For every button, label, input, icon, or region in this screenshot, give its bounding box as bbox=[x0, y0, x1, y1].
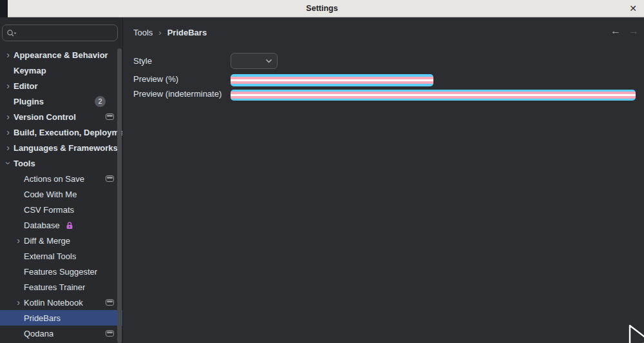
lock-icon bbox=[66, 221, 73, 230]
sidebar-item-label: Plugins bbox=[14, 97, 44, 106]
sidebar-item-appearance-behavior[interactable]: ›Appearance & Behavior bbox=[0, 47, 122, 63]
style-label: Style bbox=[133, 56, 152, 66]
chevron-right-icon[interactable]: › bbox=[3, 128, 14, 137]
sidebar-item-label: Appearance & Behavior bbox=[14, 50, 108, 60]
breadcrumb-tools[interactable]: Tools bbox=[133, 28, 153, 37]
preview-indeterminate-label: Preview (indeterminate) bbox=[133, 89, 222, 99]
sidebar-item-actions-on-save[interactable]: ›Actions on Save bbox=[0, 171, 122, 186]
sidebar-item-label: External Tools bbox=[24, 251, 76, 261]
sidebar-item-features-suggester[interactable]: ›Features Suggester bbox=[0, 264, 122, 279]
breadcrumb-pridebars: PrideBars bbox=[167, 28, 207, 37]
flag-stripe bbox=[231, 99, 636, 101]
titlebar: Settings ✕ bbox=[0, 0, 644, 17]
sidebar-item-label: Qodana bbox=[24, 329, 53, 338]
ide-settings-icon bbox=[106, 113, 114, 120]
breadcrumb: Tools › PrideBars bbox=[133, 26, 207, 38]
sidebar-item-languages-frameworks[interactable]: ›Languages & Frameworks bbox=[0, 140, 122, 155]
sidebar-item-label: Languages & Frameworks bbox=[14, 143, 118, 153]
sidebar-item-database[interactable]: ›Database bbox=[0, 217, 122, 233]
chevron-right-icon[interactable]: › bbox=[3, 50, 14, 59]
sidebar-item-tools[interactable]: ›Tools bbox=[0, 155, 122, 171]
sidebar-item-pridebars[interactable]: ›PrideBars bbox=[0, 310, 122, 326]
sidebar-item-features-trainer[interactable]: ›Features Trainer bbox=[0, 279, 122, 295]
sidebar-item-label: Keymap bbox=[14, 66, 46, 75]
search-input[interactable] bbox=[17, 28, 113, 38]
ide-settings-icon bbox=[106, 175, 114, 182]
chevron-right-icon[interactable]: › bbox=[3, 143, 14, 152]
settings-window: ›Appearance & Behavior›Keymap›Editor›Plu… bbox=[0, 17, 644, 343]
sidebar-scrollbar[interactable] bbox=[117, 48, 122, 343]
sidebar-item-label: Features Suggester bbox=[24, 267, 97, 277]
chevron-down-icon[interactable]: › bbox=[4, 158, 13, 169]
sidebar-item-label: Editor bbox=[14, 81, 38, 91]
style-dropdown[interactable] bbox=[231, 53, 278, 69]
sidebar-item-qodana[interactable]: ›Qodana bbox=[0, 326, 122, 341]
ide-settings-icon bbox=[106, 330, 114, 337]
sidebar-item-label: PrideBars bbox=[24, 313, 61, 323]
sidebar-item-label: Diff & Merge bbox=[24, 236, 70, 246]
settings-sidebar: ›Appearance & Behavior›Keymap›Editor›Plu… bbox=[0, 17, 122, 343]
plugins-count-badge: 2 bbox=[95, 96, 106, 107]
chevron-right-icon[interactable]: › bbox=[13, 236, 24, 245]
preview-percent-progressbar bbox=[231, 74, 433, 86]
forward-arrow-icon[interactable]: → bbox=[629, 26, 639, 36]
mouse-cursor bbox=[628, 324, 644, 343]
ide-settings-icon bbox=[106, 299, 114, 306]
sidebar-item-keymap[interactable]: ›Keymap bbox=[0, 63, 122, 78]
sidebar-item-diff-merge[interactable]: ›Diff & Merge bbox=[0, 233, 122, 248]
chevron-right-icon[interactable]: › bbox=[3, 112, 14, 121]
sidebar-item-label: Build, Execution, Deployment bbox=[14, 128, 122, 137]
preview-indeterminate-progressbar bbox=[231, 90, 636, 101]
sidebar-item-label: Actions on Save bbox=[24, 174, 84, 184]
sidebar-item-csv-formats[interactable]: ›CSV Formats bbox=[0, 202, 122, 217]
window-title: Settings bbox=[306, 4, 337, 13]
close-icon[interactable]: ✕ bbox=[625, 0, 641, 17]
sidebar-item-build-execution-deployment[interactable]: ›Build, Execution, Deployment bbox=[0, 124, 122, 140]
chevron-right-icon: › bbox=[158, 28, 161, 37]
back-arrow-icon[interactable]: ← bbox=[611, 26, 621, 36]
sidebar-item-label: Tools bbox=[14, 159, 35, 168]
sidebar-item-label: Features Trainer bbox=[24, 282, 85, 292]
chevron-down-icon bbox=[265, 59, 272, 63]
sidebar-item-plugins[interactable]: ›Plugins2 bbox=[0, 93, 122, 109]
settings-search[interactable] bbox=[2, 24, 118, 41]
sidebar-item-kotlin-notebook[interactable]: ›Kotlin Notebook bbox=[0, 295, 122, 310]
chevron-right-icon[interactable]: › bbox=[3, 81, 14, 90]
sidebar-item-code-with-me[interactable]: ›Code With Me bbox=[0, 186, 122, 202]
settings-main-panel: Tools › PrideBars ← → Style Preview (%) … bbox=[123, 17, 644, 343]
chevron-right-icon[interactable]: › bbox=[13, 298, 24, 307]
titlebar-left-notch bbox=[0, 0, 8, 17]
sidebar-item-label: Code With Me bbox=[24, 190, 77, 199]
search-icon bbox=[6, 29, 17, 37]
sidebar-item-label: Database bbox=[24, 220, 60, 230]
sidebar-item-label: Version Control bbox=[14, 112, 76, 122]
sidebar-item-editor[interactable]: ›Editor bbox=[0, 78, 122, 93]
sidebar-item-external-tools[interactable]: ›External Tools bbox=[0, 248, 122, 264]
flag-stripe bbox=[231, 84, 433, 86]
preview-percent-label: Preview (%) bbox=[133, 74, 178, 84]
sidebar-item-version-control[interactable]: ›Version Control bbox=[0, 109, 122, 124]
sidebar-item-label: Kotlin Notebook bbox=[24, 298, 83, 308]
sidebar-item-label: CSV Formats bbox=[24, 205, 74, 215]
sidebar-nav: ›Appearance & Behavior›Keymap›Editor›Plu… bbox=[0, 47, 122, 341]
